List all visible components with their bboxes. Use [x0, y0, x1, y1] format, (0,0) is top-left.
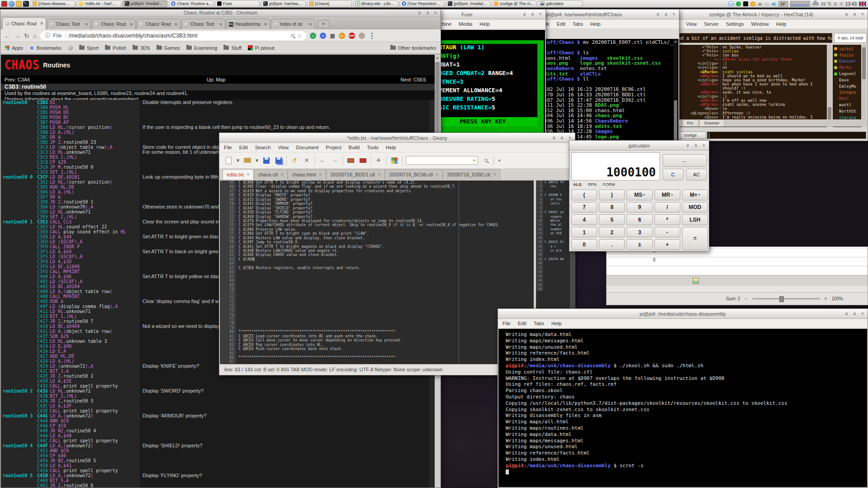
file-tab[interactable]: edits.txt✕: [223, 169, 254, 180]
home-icon[interactable]: ⌂: [33, 32, 37, 39]
extension-icon[interactable]: ●: [320, 33, 326, 39]
nick-item[interactable]: spike1: [833, 46, 861, 52]
calc-button-([interactable]: (: [571, 190, 597, 200]
bookmark-apps[interactable]: Apps: [5, 45, 23, 51]
cpu-graph[interactable]: [790, 1, 810, 7]
browser-tab[interactable]: Index of /st✕: [271, 19, 315, 29]
menu-server[interactable]: Server: [704, 21, 718, 27]
trash-extension-icon[interactable]: ▦: [330, 33, 335, 39]
taskbar-item[interactable]: Fuse: [215, 0, 260, 7]
launcher-terminal-icon[interactable]: [23, 1, 29, 7]
calc-button-5[interactable]: 5: [599, 214, 625, 225]
menu-search[interactable]: Search: [255, 145, 271, 150]
site-info-icon[interactable]: ⓘ: [45, 32, 50, 39]
clear-button[interactable]: C: [663, 169, 683, 180]
nick-item[interactable]: Dave: [833, 77, 861, 83]
all-clear-button[interactable]: AC: [686, 169, 707, 180]
calc-button-=[interactable]: =: [682, 227, 708, 250]
back-icon[interactable]: ←: [4, 32, 10, 39]
file-tab[interactable]: 20200716_BC96.ctl✕: [385, 169, 443, 180]
launcher-browser-icon[interactable]: [9, 1, 14, 7]
chaos-logo[interactable]: CHAOS: [5, 58, 39, 72]
calc-button-2[interactable]: 2: [599, 227, 625, 238]
cplus-extension-icon[interactable]: C+: [339, 33, 345, 39]
revert-icon[interactable]: ↺: [290, 156, 299, 165]
taskbar-item[interactable]: Binary.ods - Libr...: [353, 0, 398, 7]
cpu-temp[interactable]: 39°: [778, 1, 788, 7]
menu-tabs[interactable]: Tabs: [534, 321, 544, 326]
build-icon[interactable]: [358, 156, 367, 165]
tab-close-icon[interactable]: ✕: [129, 22, 133, 27]
menu-file[interactable]: File: [503, 321, 511, 326]
tab-close-icon[interactable]: ✕: [40, 21, 43, 26]
minimize-icon[interactable]: ∨: [656, 11, 659, 17]
calc-button-MOD[interactable]: MOD: [682, 202, 708, 213]
save-icon[interactable]: [262, 156, 271, 165]
calc-button-9[interactable]: 9: [626, 202, 652, 213]
message-nick[interactable]: <&Marko>: [682, 82, 720, 86]
minimize-icon[interactable]: ∨: [552, 135, 555, 141]
message-nick[interactable]: <Dave>: [682, 115, 720, 119]
calc-button-MS[interactable]: MS ▾: [626, 190, 652, 200]
tab-close-icon[interactable]: ✕: [378, 172, 381, 177]
toolbar-overflow-icon[interactable]: ▾: [497, 156, 502, 165]
forward-icon[interactable]: →: [14, 32, 20, 39]
minimize-icon[interactable]: ∨: [844, 11, 848, 17]
open-file-icon[interactable]: [243, 156, 252, 165]
shield-extension-icon[interactable]: ✓: [310, 33, 316, 39]
nav-forward-icon[interactable]: →: [330, 156, 339, 165]
asm-label[interactable]: routine50_2: [3, 389, 36, 393]
file-tab[interactable]: chaos.ctl✕: [254, 169, 288, 180]
taskbar-item[interactable]: *edits.txt - /var/...: [76, 0, 121, 7]
menu-tools[interactable]: Tools: [367, 145, 379, 150]
message-nick[interactable]: <szeliga>: [682, 65, 720, 69]
backspace-button[interactable]: ←: [663, 154, 707, 167]
message-nick[interactable]: <szeliga>: [682, 94, 720, 98]
color-chooser-icon[interactable]: [390, 156, 399, 165]
close-icon[interactable]: ×: [539, 11, 542, 17]
zoom-out-icon[interactable]: −: [745, 296, 748, 301]
taskbar-item[interactable]: Chaos: Routine a...: [169, 0, 213, 7]
browser-titlebar[interactable]: Chaos: Routine at C3B3 - Chromium ∨ ∧ ×: [0, 9, 441, 17]
bookmark-3ds[interactable]: 3DS: [133, 45, 150, 51]
message-nick[interactable]: <^Pete>: [682, 49, 720, 53]
nav-back-icon[interactable]: ←: [318, 156, 327, 165]
taskbar-item[interactable]: [chaos-disasse...: [30, 0, 75, 7]
weather-temp[interactable]: 21 °C: [821, 1, 831, 6]
asm-label[interactable]: routine50: [3, 100, 36, 105]
new-tab-button[interactable]: +: [318, 20, 329, 28]
file-tab[interactable]: 20200716_D392.ctl✕: [443, 169, 500, 180]
mode-alg[interactable]: ALG: [573, 182, 582, 187]
menu-media[interactable]: Media: [459, 21, 472, 27]
bookmark-games[interactable]: Games: [157, 45, 180, 51]
message-nick[interactable]: [682, 86, 720, 90]
browser-menu-icon[interactable]: ⋮: [369, 31, 376, 40]
message-nick[interactable]: <&Marko>: [682, 90, 720, 94]
tab-close-icon[interactable]: ✕: [308, 22, 312, 27]
calc-button-/[interactable]: /: [655, 202, 680, 213]
message-nick[interactable]: <szeliga>: [682, 61, 720, 65]
calc-button-0[interactable]: 0: [571, 239, 597, 250]
hexchat-titlebar[interactable]: szeliga @ The Airlock / #speccy - HexCha…: [655, 9, 868, 19]
asm-label[interactable]: routine50_3: [3, 413, 36, 418]
asm-label[interactable]: routine50_1: [3, 219, 36, 224]
hexchat-channel-tabs[interactable]: speccy#zxGuesser: [655, 119, 868, 127]
calc-button-1[interactable]: 1: [571, 227, 597, 238]
nick-item[interactable]: Marko: [833, 64, 861, 71]
sheet-icon[interactable]: [693, 278, 699, 284]
abp-extension-icon[interactable]: ABP: [349, 33, 355, 39]
maximize-icon[interactable]: ∧: [853, 311, 857, 317]
message-nick[interactable]: »»: [682, 57, 720, 61]
menu-help[interactable]: Help: [776, 21, 787, 27]
hexchat-message-input[interactable]: [707, 132, 866, 139]
bookmark-bookmarks[interactable]: ★Bookmarks: [29, 45, 62, 51]
geany-titlebar[interactable]: *edits.txt - /var/www/html/stuff/Chaos -…: [219, 133, 575, 143]
menu-raspberry-icon[interactable]: [1, 1, 7, 7]
camera-tray-icon[interactable]: [743, 1, 748, 6]
terminal-build-output[interactable]: Writing maps/data.htmlWriting maps/messa…: [498, 329, 867, 487]
nick-item[interactable]: Iznogou: [833, 90, 861, 96]
calc-button-4[interactable]: 4: [571, 214, 597, 225]
tab-close-icon[interactable]: ✕: [247, 172, 250, 177]
browser-tab[interactable]: Chaos: Rout✕: [137, 19, 180, 29]
indicator-1-icon[interactable]: ①: [840, 1, 843, 6]
